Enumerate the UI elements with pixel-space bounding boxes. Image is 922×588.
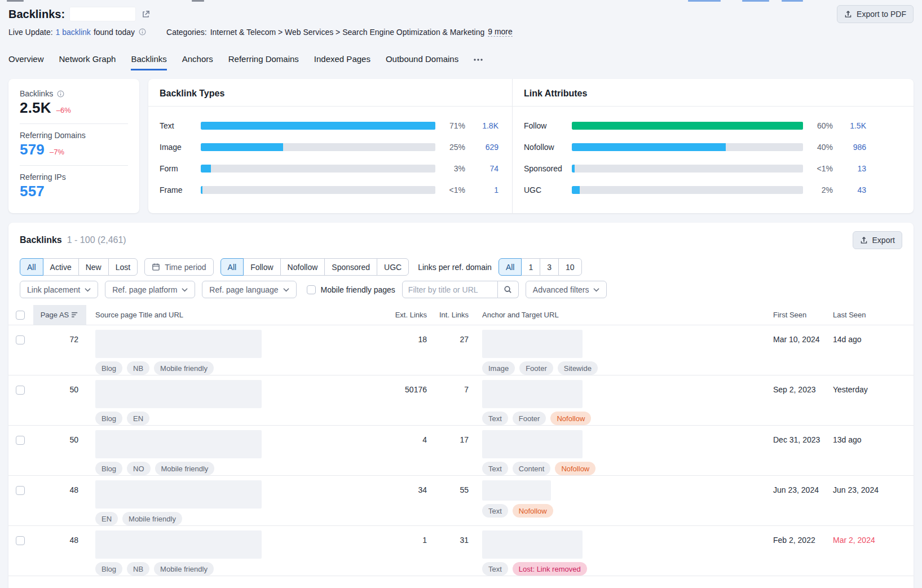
row-checkbox[interactable] xyxy=(16,536,25,545)
advanced-filters-button[interactable]: Advanced filters xyxy=(526,281,607,298)
export-label: Export xyxy=(872,236,895,245)
tag-en: EN xyxy=(95,512,118,525)
ext-links-cell: 1 xyxy=(393,526,427,576)
filter-option-sponsored[interactable]: Sponsored xyxy=(324,258,377,276)
row-checkbox[interactable] xyxy=(16,335,25,344)
tabs: OverviewNetwork GraphBacklinksAnchorsRef… xyxy=(8,53,914,70)
last-seen-cell: 14d ago xyxy=(833,325,914,375)
anchor-tags: TextNofollow xyxy=(482,504,773,518)
external-link-icon[interactable] xyxy=(142,10,150,19)
bar-track xyxy=(572,165,803,173)
anchor-cell: TextLost: Link removed xyxy=(469,526,773,576)
source-tags: BlogNOMobile friendly xyxy=(95,462,393,475)
row-checkbox[interactable] xyxy=(16,386,25,395)
tab-network-graph[interactable]: Network Graph xyxy=(59,54,116,70)
bar-track xyxy=(201,186,435,194)
export-button[interactable]: Export xyxy=(853,231,902,249)
filter-option-ugc[interactable]: UGC xyxy=(377,258,409,276)
ext-links-cell: 4 xyxy=(393,426,427,475)
chart-category-label: Text xyxy=(160,121,196,130)
tab-overview[interactable]: Overview xyxy=(8,54,44,70)
chart-row-sponsored: Sponsored<1%13 xyxy=(524,158,866,179)
filter-option-all[interactable]: All xyxy=(499,258,522,276)
mobile-friendly-checkbox[interactable] xyxy=(307,285,316,294)
tabs-more-button[interactable] xyxy=(474,53,483,70)
filter-dropdown-ref-page-language[interactable]: Ref. page language xyxy=(202,281,296,298)
redacted-source-preview xyxy=(95,430,262,458)
column-header-source: Source page Title and URL xyxy=(86,305,393,325)
tab-indexed-pages[interactable]: Indexed Pages xyxy=(314,54,370,70)
row-checkbox[interactable] xyxy=(16,486,25,495)
int-links-cell: 31 xyxy=(427,526,469,576)
select-all-checkbox[interactable] xyxy=(16,311,25,320)
filter-option-active[interactable]: Active xyxy=(43,258,79,276)
chart-category-label: Nofollow xyxy=(524,143,567,152)
filter-option-all[interactable]: All xyxy=(220,258,244,276)
filter-option-1[interactable]: 1 xyxy=(521,258,540,276)
count-link[interactable]: 74 xyxy=(470,164,499,173)
table-range: 1 - 100 (2,461) xyxy=(67,235,126,245)
filter-option-10[interactable]: 10 xyxy=(558,258,582,276)
mobile-friendly-label: Mobile friendly pages xyxy=(321,285,395,294)
filter-dropdown-link-placement[interactable]: Link placement xyxy=(20,281,98,298)
info-icon[interactable] xyxy=(139,28,146,36)
bar-fill xyxy=(572,143,726,151)
backlinks-table-card: Backlinks 1 - 100 (2,461) Export AllActi… xyxy=(8,223,914,588)
search-input[interactable] xyxy=(402,281,498,298)
filter-option-3[interactable]: 3 xyxy=(540,258,559,276)
row-checkbox[interactable] xyxy=(16,436,25,445)
count-link[interactable]: 1.5K xyxy=(838,121,866,130)
anchor-cell: TextNofollow xyxy=(469,476,773,525)
column-header-last-seen: Last Seen xyxy=(833,305,914,325)
live-update-link[interactable]: 1 backlink xyxy=(56,28,91,37)
upload-icon xyxy=(844,10,852,18)
stat-referring-domains-value[interactable]: 579 xyxy=(20,141,45,158)
stat-referring-ips-value[interactable]: 557 xyxy=(20,183,45,200)
tab-referring-domains[interactable]: Referring Domains xyxy=(228,54,299,70)
link-attributes-panel: Link Attributes Follow60%1.5KNofollow40%… xyxy=(512,79,914,213)
count-link[interactable]: 986 xyxy=(838,143,866,152)
clipped-toolbar-fragment xyxy=(688,0,721,2)
count-link[interactable]: 1.8K xyxy=(470,121,499,130)
redacted-anchor-preview xyxy=(482,430,583,458)
filter-option-follow[interactable]: Follow xyxy=(243,258,280,276)
count-link[interactable]: 1 xyxy=(470,185,499,194)
categories-more-link[interactable]: 9 more xyxy=(488,27,513,37)
search-button[interactable] xyxy=(498,281,519,298)
filter-row-1: AllActiveNewLost Time period AllFollowNo… xyxy=(20,258,902,276)
percent-label: <1% xyxy=(440,185,465,194)
chart-row-form: Form3%74 xyxy=(160,158,499,179)
stat-referring-ips-label: Referring IPs xyxy=(20,173,66,182)
bar-track xyxy=(572,143,803,151)
info-icon[interactable] xyxy=(57,90,64,98)
page-as-cell: 48 xyxy=(33,526,86,576)
tab-anchors[interactable]: Anchors xyxy=(182,54,213,70)
column-header-page-as[interactable]: Page AS xyxy=(33,305,86,325)
filter-option-new[interactable]: New xyxy=(78,258,109,276)
clipped-toolbar-fragment xyxy=(742,0,769,2)
int-links-cell: 7 xyxy=(427,375,469,425)
export-to-pdf-button[interactable]: Export to PDF xyxy=(837,5,914,23)
row-checkbox-cell xyxy=(8,375,33,425)
filter-option-all[interactable]: All xyxy=(20,258,43,276)
tab-backlinks[interactable]: Backlinks xyxy=(131,54,166,70)
redacted-source-preview xyxy=(95,330,262,358)
chart-category-label: Form xyxy=(160,164,196,173)
filter-option-lost[interactable]: Lost xyxy=(108,258,138,276)
categories-breadcrumb: Categories: Internet & Telecom > Web Ser… xyxy=(166,27,513,37)
column-header-int-links: Int. Links xyxy=(427,305,469,325)
tag-nofollow: Nofollow xyxy=(513,504,553,518)
count-link[interactable]: 629 xyxy=(470,143,499,152)
last-seen-cell: 13d ago xyxy=(833,426,914,475)
chevron-down-icon xyxy=(182,288,188,292)
row-checkbox-cell xyxy=(8,426,33,475)
count-link[interactable]: 13 xyxy=(838,164,866,173)
live-update-label: Live Update: xyxy=(8,28,53,37)
source-tags: BlogNBMobile friendly xyxy=(95,361,393,375)
filter-option-nofollow[interactable]: Nofollow xyxy=(280,258,325,276)
filter-dropdown-ref-page-platform[interactable]: Ref. page platform xyxy=(105,281,195,298)
tab-outbound-domains[interactable]: Outbound Domains xyxy=(386,54,458,70)
time-period-button[interactable]: Time period xyxy=(144,258,213,276)
count-link[interactable]: 43 xyxy=(838,185,866,194)
page-as-cell: 72 xyxy=(33,325,86,375)
